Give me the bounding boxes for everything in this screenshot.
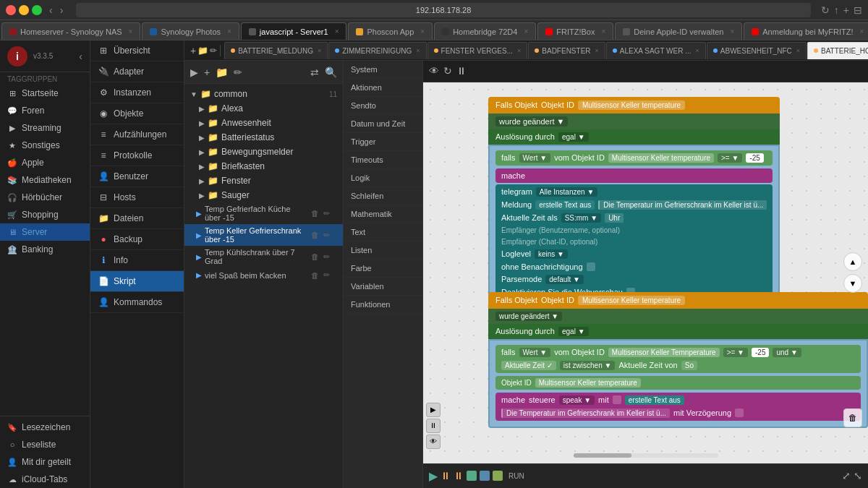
- tree-folder-sauger[interactable]: ▶ 📁 Sauger: [184, 188, 343, 202]
- tab-close-apple-id[interactable]: ×: [730, 27, 734, 35]
- reload-icon[interactable]: ↻: [821, 4, 830, 16]
- block-cat-farbe[interactable]: Farbe: [344, 260, 422, 278]
- sidebar-item-icloud[interactable]: ☁ iCloud-Tabs: [0, 471, 90, 488]
- tree-file-temp-kuehlschrank[interactable]: ▶ Temp Kühlschrank über 7 Grad 🗑 ✏: [184, 246, 343, 267]
- tree-search-btn[interactable]: 🔍: [323, 65, 339, 80]
- script-tab-abwesenheit[interactable]: ABWESENHEIT_NFC ×: [707, 42, 807, 59]
- file-delete-btn-4[interactable]: 🗑: [310, 270, 320, 281]
- canvas-eye-btn[interactable]: 👁: [429, 65, 439, 77]
- objekt-id-value-top[interactable]: Multisensor Keller temperature: [578, 100, 685, 110]
- und-dropdown[interactable]: und ▼: [773, 348, 801, 357]
- script-tab-fenster[interactable]: FENSTER VERGES... ×: [427, 42, 528, 59]
- expand-btn[interactable]: ⤢: [842, 470, 851, 481]
- sidebar-item-banking[interactable]: 🏦 Banking: [0, 241, 90, 258]
- iobroker-nav-skript[interactable]: 📄 Skript: [90, 271, 184, 292]
- iobroker-nav-adapter[interactable]: 🔌 Adapter: [90, 61, 184, 82]
- sidebar-item-leseliste[interactable]: ○ Leseliste: [0, 436, 90, 453]
- script-tab-close-4[interactable]: ×: [595, 47, 599, 54]
- canvas-trash-btn[interactable]: 🗑: [843, 408, 862, 427]
- tab-close-fritzbox[interactable]: ×: [601, 27, 605, 35]
- egal-dropdown-top[interactable]: egal ▼: [558, 132, 589, 142]
- block-cat-mathematik[interactable]: Mathematik: [344, 205, 422, 223]
- sidebar-item-server[interactable]: 🖥 Server: [0, 223, 90, 241]
- value-neg25-top[interactable]: -25: [746, 153, 763, 163]
- wurde-geaendert-label[interactable]: wurde geändert ▼: [495, 116, 568, 127]
- tab-close-synology[interactable]: ×: [227, 27, 231, 35]
- pause-btn[interactable]: ⏸: [441, 470, 451, 481]
- tab-close-myfritz[interactable]: ×: [860, 27, 864, 35]
- file-edit-btn-4[interactable]: ✏: [322, 270, 331, 281]
- objekt-value2-bottom[interactable]: Multisensor Keller temperature: [535, 378, 641, 388]
- block-cat-listen[interactable]: Listen: [344, 241, 422, 260]
- iobroker-nav-info[interactable]: ℹ Info: [90, 250, 184, 271]
- egal-dropdown-bottom[interactable]: egal ▼: [558, 327, 589, 336]
- sidebar-item-foren[interactable]: 💬 Foren: [0, 102, 90, 119]
- sidebar-item-sonstiges[interactable]: ★ Sonstiges: [0, 137, 90, 154]
- erstelle-text-btn[interactable]: erstelle Text aus: [535, 200, 595, 210]
- tab-close-homeserver[interactable]: ×: [129, 27, 133, 35]
- horizontal-scrollbar[interactable]: [574, 453, 718, 458]
- objekt-value-bottom[interactable]: Multisensor Keller Temnperature: [608, 348, 720, 357]
- address-bar[interactable]: 192.168.178.28: [76, 3, 810, 17]
- close-window-btn[interactable]: [6, 5, 16, 15]
- tree-folder-bewegungsmelder[interactable]: ▶ 📁 Bewegungsmelder: [184, 145, 343, 159]
- tree-folder-alexa[interactable]: ▶ 📁 Alexa: [184, 101, 343, 116]
- op-gte-top[interactable]: >= ▼: [718, 153, 742, 163]
- sidebar-collapse-btn[interactable]: ‹: [79, 51, 82, 62]
- iobroker-nav-kommandos[interactable]: 👤 Kommandos: [90, 292, 184, 313]
- tree-file-temp-gefrierfach[interactable]: ▶ Temp Gefrierfach Küche über -15 🗑 ✏: [184, 202, 343, 224]
- browser-tab-homeserver[interactable]: Homeserver - Synology NAS ×: [1, 22, 140, 40]
- iobroker-nav-dateien[interactable]: 📁 Dateien: [90, 208, 184, 229]
- file-edit-btn-1[interactable]: ✏: [322, 208, 331, 219]
- script-tab-close-5[interactable]: ×: [696, 47, 699, 54]
- iobroker-nav-uebersicht[interactable]: ⊞ Übersicht: [90, 40, 184, 61]
- falls-row-bottom[interactable]: falls Wert ▼ vom Objekt ID Multisensor K…: [495, 345, 861, 373]
- file-edit-btn-2[interactable]: ✏: [322, 230, 331, 241]
- file-delete-btn-3[interactable]: 🗑: [310, 252, 320, 262]
- browser-tab-apple-id[interactable]: Deine Apple-ID verwalten ×: [615, 22, 742, 40]
- tree-folder-common[interactable]: ▼ 📁 common 11: [184, 87, 343, 101]
- canvas-control-3[interactable]: 👁: [426, 435, 441, 449]
- iobroker-nav-benutzer[interactable]: 👤 Benutzer: [90, 166, 184, 187]
- canvas-down-btn[interactable]: ▼: [843, 274, 862, 293]
- block-cat-variablen[interactable]: Variablen: [344, 278, 422, 296]
- block-cat-funktionen[interactable]: Funktionen: [344, 296, 422, 314]
- speak-dropdown[interactable]: speak ▼: [559, 395, 595, 405]
- file-delete-btn-1[interactable]: 🗑: [310, 208, 320, 219]
- op-gte-bottom[interactable]: >= ▼: [723, 348, 748, 357]
- wert-dropdown-bottom[interactable]: Wert ▼: [519, 348, 551, 357]
- browser-tab-myfritz[interactable]: Anmeldung bei MyFRITZ! ×: [744, 22, 868, 40]
- browser-tab-homebridge[interactable]: Homebridge 72D4 ×: [434, 22, 536, 40]
- trigger-block-top[interactable]: Falls Objekt Objekt ID Multisensor Kelle…: [488, 97, 780, 114]
- sidebar-item-streaming[interactable]: ▶ Streaming: [0, 119, 90, 137]
- script-add-btn[interactable]: +: [190, 45, 196, 56]
- sidebar-item-lesezeichen[interactable]: 🔖 Lesezeichen: [0, 419, 90, 436]
- objekt-value-top[interactable]: Multisensor Keller temperature: [608, 153, 714, 163]
- minimize-window-btn[interactable]: [19, 5, 29, 15]
- alle-instanzen-dropdown[interactable]: Alle Instanzen ▼: [536, 187, 598, 197]
- iobroker-nav-backup[interactable]: ● Backup: [90, 229, 184, 250]
- play-btn[interactable]: ▶: [429, 469, 438, 483]
- tree-edit-btn[interactable]: ✏: [232, 65, 244, 80]
- iobroker-nav-hosts[interactable]: ⊟ Hosts: [90, 187, 184, 208]
- wert-dropdown-top[interactable]: Wert ▼: [519, 153, 551, 163]
- block-cat-timeouts[interactable]: Timeouts: [344, 151, 422, 169]
- script-tab-close-3[interactable]: ×: [517, 47, 521, 54]
- browser-tab-phoscon[interactable]: Phoscon App ×: [348, 22, 433, 40]
- back-button[interactable]: ‹: [46, 4, 56, 16]
- tree-folder-anwesenheit[interactable]: ▶ 📁 Anwesenheit: [184, 116, 343, 130]
- tree-play-btn[interactable]: ▶: [189, 65, 200, 80]
- keins-dropdown[interactable]: keins ▼: [535, 249, 568, 259]
- sidebar-item-startseite[interactable]: ⊞ Startseite: [0, 85, 90, 102]
- tree-file-spass[interactable]: ▶ viel Spaß beim Kacken 🗑 ✏: [184, 267, 343, 283]
- share-icon[interactable]: ↑: [834, 4, 839, 16]
- tab-close-javascript[interactable]: ×: [335, 27, 339, 35]
- script-edit-btn[interactable]: ✏: [210, 46, 217, 56]
- canvas-refresh-btn[interactable]: ↻: [443, 65, 452, 77]
- block-workspace[interactable]: Falls Objekt Objekt ID Multisensor Kelle…: [423, 82, 868, 463]
- file-edit-btn-3[interactable]: ✏: [322, 252, 331, 262]
- browser-tab-javascript[interactable]: javascript - Server1 ×: [241, 22, 347, 40]
- collapse-btn[interactable]: ⤡: [854, 470, 862, 481]
- erstelle-text-btn-bottom[interactable]: erstelle Text aus: [625, 395, 684, 405]
- maximize-window-btn[interactable]: [32, 5, 42, 15]
